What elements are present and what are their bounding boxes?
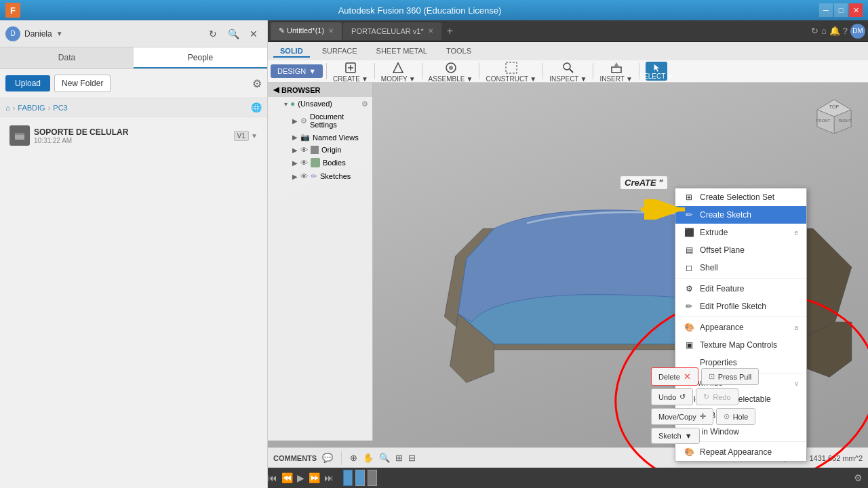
close-button[interactable]: ✕ (849, 3, 863, 17)
tab-bell-icon[interactable]: 🔔 (829, 26, 840, 36)
breadcrumb-pc3[interactable]: PC3 (53, 104, 67, 112)
eye-icon-sketches[interactable]: 👁 (300, 172, 308, 180)
comments-icon[interactable]: 💬 (322, 453, 333, 463)
design-dropdown[interactable]: DESIGN ▼ (271, 64, 323, 78)
tab-question-icon[interactable]: ? (843, 26, 848, 36)
cm-texture-map[interactable]: ▣ Texture Map Controls (675, 336, 806, 354)
tab-refresh-icon[interactable]: ↻ (811, 26, 818, 36)
close-panel-button[interactable]: ✕ (245, 26, 262, 42)
hole-button[interactable]: ⊙ Hole (716, 408, 756, 425)
nav-cube[interactable]: TOP RIGHT FRONT (814, 96, 854, 137)
new-folder-button[interactable]: New Folder (54, 75, 111, 92)
toolbar-tab-solid[interactable]: SOLID (273, 45, 310, 58)
browser-item-origin[interactable]: ▶ 👁 Origin (268, 144, 372, 156)
tab-portacelular-label: PORTACELULAR v1* (351, 27, 424, 35)
display-icon[interactable]: ⊞ (395, 453, 403, 463)
browser-item-unsaved[interactable]: ▾ ● (Unsaved) ⚙ (268, 97, 372, 110)
tab-home-icon[interactable]: ⌂ (821, 26, 827, 36)
create-button[interactable]: CREATE▼ (333, 60, 368, 83)
right-panel: ✎ Untitled*(1) ✕ PORTACELULAR v1* ✕ + ↻ … (268, 20, 868, 488)
playbar-settings-icon[interactable]: ⚙ (854, 472, 863, 483)
browser-item-bodies[interactable]: ▶ 👁 Bodies (268, 156, 372, 169)
construct-button[interactable]: CONSTRUCT▼ (486, 60, 536, 83)
create-annotation-label: CreATE " (620, 176, 667, 189)
file-item[interactable]: SOPORTE DE CELULAR 10:31:22 AM V1 ▼ (5, 123, 262, 148)
settings-gear-icon[interactable]: ⚙ (361, 100, 368, 108)
settings-button[interactable]: ⚙ (252, 77, 262, 90)
cm-extrude[interactable]: ⬛ Extrude e (675, 224, 806, 241)
upload-button[interactable]: Upload (5, 75, 50, 92)
pan-icon[interactable]: ✋ (363, 453, 374, 463)
sketch-dropdown[interactable]: Sketch ▼ (651, 428, 700, 444)
browser-item-docsettings[interactable]: ▶ ⚙ Document Settings (268, 110, 372, 131)
tab-close-porta[interactable]: ✕ (428, 27, 433, 35)
snap-icon[interactable]: ⊕ (350, 453, 357, 463)
insert-group: INSERT▼ (599, 60, 632, 83)
toolbar-tab-sheetmetal[interactable]: SHEET METAL (370, 45, 434, 58)
cm-appearance[interactable]: 🎨 Appearance a (675, 319, 806, 336)
eye-icon-origin[interactable]: 👁 (300, 146, 308, 154)
select-button[interactable]: SELECT▼ (646, 62, 667, 81)
file-time: 10:31:22 AM (34, 137, 128, 144)
browser-collapse-icon[interactable]: ◀ (273, 85, 279, 94)
zoom-icon[interactable]: 🔍 (379, 453, 390, 463)
assemble-button[interactable]: ASSEMBLE▼ (429, 60, 473, 83)
tab-untitled[interactable]: ✎ Untitled*(1) ✕ (271, 22, 342, 40)
username-dropdown-icon[interactable]: ▼ (56, 30, 63, 37)
tab-people[interactable]: People (134, 47, 267, 68)
toolbar-tab-surface[interactable]: SURFACE (315, 45, 364, 58)
timeline-marker-2[interactable] (368, 470, 377, 486)
modify-label: MODIFY (381, 75, 408, 83)
tb-sep3 (422, 63, 422, 79)
inspect-button[interactable]: INSPECT▼ (549, 60, 587, 83)
version-badge[interactable]: V1 ▼ (234, 131, 258, 140)
tab-close-untitled[interactable]: ✕ (328, 27, 334, 35)
cm-shell[interactable]: ◻ Shell (675, 259, 806, 277)
redo-button[interactable]: ↻ Redo (696, 388, 738, 405)
search-button[interactable]: 🔍 (225, 26, 241, 42)
hole-label: Hole (733, 413, 749, 421)
move-copy-button[interactable]: Move/Copy ✛ (651, 408, 713, 425)
modify-button[interactable]: MODIFY▼ (381, 60, 416, 83)
delete-label: Delete (658, 373, 680, 381)
insert-button[interactable]: INSERT▼ (599, 60, 632, 83)
home-icon[interactable]: ⌂ (5, 104, 10, 112)
tab-portacelular[interactable]: PORTACELULAR v1* ✕ (343, 22, 441, 40)
refresh-button[interactable]: ↻ (205, 26, 221, 42)
grid-icon[interactable]: ⊟ (408, 453, 416, 463)
tab-data[interactable]: Data (0, 47, 134, 68)
timeline-thumb[interactable] (343, 470, 353, 486)
left-panel: D Daniela ▼ ↻ 🔍 ✕ Data People Upload New… (0, 20, 268, 488)
comments-tab[interactable]: COMMENTS (273, 454, 317, 462)
play-next-button[interactable]: ⏩ (309, 472, 320, 483)
play-end-button[interactable]: ⏭ (324, 472, 334, 483)
cm-offset-plane[interactable]: ▤ Offset Plane (675, 241, 806, 259)
undo-button[interactable]: Undo ↺ (651, 388, 693, 405)
cm-edit-profile[interactable]: ✏ Edit Profile Sketch (675, 298, 806, 315)
user-avatar-tab[interactable]: DM (850, 24, 865, 39)
cm-sep2 (675, 317, 806, 317)
browser-label-bodies: Bodies (323, 159, 346, 167)
construct-label: CONSTRUCT (486, 75, 528, 83)
breadcrumb-sep2: › (48, 104, 51, 112)
restore-button[interactable]: □ (834, 3, 848, 17)
play-prev-button[interactable]: ⏪ (281, 472, 293, 483)
minimize-button[interactable]: ─ (819, 3, 833, 17)
create-group: CREATE▼ (333, 60, 368, 83)
cm-repeat-appearance[interactable]: 🎨 Repeat Appearance (675, 443, 806, 461)
browser-item-namedviews[interactable]: ▶ 📷 Named Views (268, 131, 372, 144)
play-start-button[interactable]: ⏮ (268, 472, 277, 483)
eye-icon-bodies[interactable]: 👁 (300, 159, 308, 167)
delete-button[interactable]: Delete ✕ (651, 367, 698, 386)
toolbar-tab-tools[interactable]: TOOLS (439, 45, 478, 58)
cm-label-edit-profile: Edit Profile Sketch (700, 302, 766, 311)
cm-label-shell: Shell (700, 263, 718, 272)
press-pull-button[interactable]: ⊡ Press Pull (701, 368, 760, 385)
play-button[interactable]: ▶ (297, 472, 304, 483)
breadcrumb-fabdig[interactable]: FABDIG (18, 104, 45, 112)
cm-edit-feature[interactable]: ⚙ Edit Feature (675, 280, 806, 298)
browser-header[interactable]: ◀ BROWSER (268, 83, 372, 97)
add-tab-button[interactable]: + (443, 25, 457, 37)
timeline-marker-1[interactable] (355, 470, 365, 486)
browser-item-sketches[interactable]: ▶ 👁 ✏ Sketches (268, 169, 372, 183)
